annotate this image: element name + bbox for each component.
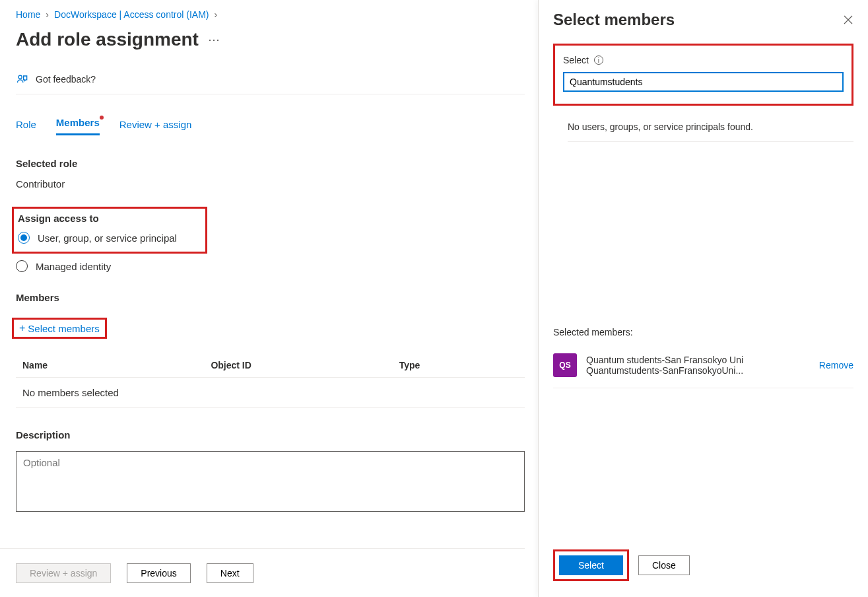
members-empty-row: No members selected bbox=[16, 378, 525, 408]
feedback-icon bbox=[16, 73, 29, 86]
tab-review[interactable]: Review + assign bbox=[119, 119, 192, 135]
select-members-text: Select members bbox=[28, 323, 99, 334]
breadcrumb-home[interactable]: Home bbox=[16, 9, 40, 20]
chevron-right-icon: › bbox=[46, 9, 49, 20]
dot-indicator-icon bbox=[100, 116, 104, 120]
members-label: Members bbox=[16, 292, 525, 303]
tab-role[interactable]: Role bbox=[16, 119, 36, 135]
info-icon[interactable]: i bbox=[594, 55, 603, 65]
more-icon[interactable]: ⋯ bbox=[208, 32, 220, 47]
radio-selected-icon bbox=[18, 232, 30, 244]
panel-title: Select members bbox=[553, 11, 675, 29]
members-table-header: Name Object ID Type bbox=[16, 360, 525, 378]
member-name: Quantum students-San Fransokyo Uni bbox=[586, 355, 810, 365]
feedback-link[interactable]: Got feedback? bbox=[16, 73, 525, 94]
selected-members-label: Selected members: bbox=[553, 327, 853, 337]
radio-user-group[interactable]: User, group, or service principal bbox=[18, 232, 201, 244]
selected-role-label: Selected role bbox=[16, 158, 525, 169]
description-label: Description bbox=[16, 429, 525, 440]
next-button[interactable]: Next bbox=[207, 563, 253, 583]
feedback-label: Got feedback? bbox=[36, 74, 96, 85]
tab-members-label: Members bbox=[56, 117, 100, 128]
select-members-link[interactable]: + Select members bbox=[19, 322, 100, 334]
chevron-right-icon: › bbox=[214, 9, 217, 20]
selected-member-row: QS Quantum students-San Fransokyo Uni Qu… bbox=[553, 353, 853, 388]
member-search-input[interactable] bbox=[563, 72, 844, 92]
review-assign-button: Review + assign bbox=[16, 563, 111, 583]
panel-select-button[interactable]: Select bbox=[559, 555, 623, 575]
radio-managed-identity[interactable]: Managed identity bbox=[16, 260, 525, 272]
plus-icon: + bbox=[19, 322, 25, 334]
no-results-text: No users, groups, or service principals … bbox=[568, 122, 853, 142]
assign-access-label: Assign access to bbox=[18, 213, 201, 224]
radio-managed-label: Managed identity bbox=[36, 261, 111, 272]
tabs: Role Members Review + assign bbox=[16, 117, 525, 135]
description-input[interactable] bbox=[16, 451, 525, 512]
tab-members[interactable]: Members bbox=[56, 117, 100, 135]
member-subtext: Quantumstudents-SanFransokyoUni... bbox=[586, 365, 810, 376]
select-label: Select bbox=[563, 55, 589, 65]
avatar: QS bbox=[553, 353, 577, 377]
previous-button[interactable]: Previous bbox=[127, 563, 190, 583]
page-title: Add role assignment bbox=[16, 29, 199, 50]
svg-point-0 bbox=[18, 75, 22, 79]
breadcrumb: Home › DocWorkspace | Access control (IA… bbox=[16, 9, 525, 20]
wizard-footer: Review + assign Previous Next bbox=[0, 548, 525, 597]
col-name: Name bbox=[16, 360, 211, 370]
close-icon[interactable] bbox=[843, 15, 853, 25]
select-members-panel: Select members Select i No users, groups… bbox=[538, 0, 868, 597]
col-type: Type bbox=[399, 360, 525, 370]
radio-unselected-icon bbox=[16, 260, 28, 272]
radio-user-group-label: User, group, or service principal bbox=[38, 232, 177, 244]
panel-close-button[interactable]: Close bbox=[638, 555, 690, 575]
selected-role-value: Contributor bbox=[16, 178, 525, 190]
remove-member-link[interactable]: Remove bbox=[819, 360, 853, 370]
col-object-id: Object ID bbox=[211, 360, 399, 370]
breadcrumb-workspace[interactable]: DocWorkspace | Access control (IAM) bbox=[54, 9, 209, 20]
